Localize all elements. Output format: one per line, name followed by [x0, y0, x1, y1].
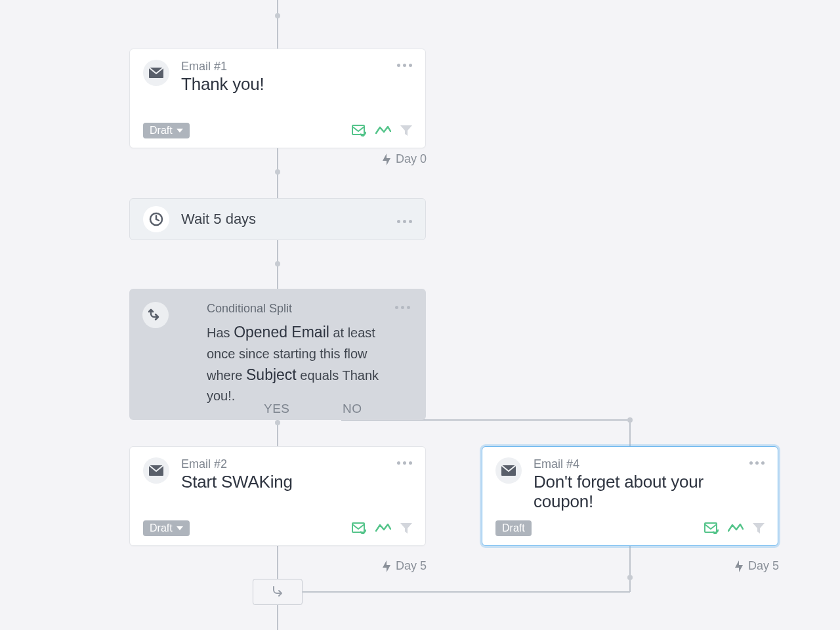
email-subject: Don't forget about your coupon!: [534, 472, 744, 512]
email-subject: Thank you!: [181, 75, 392, 94]
merge-node[interactable]: [253, 579, 303, 605]
analytics-icon[interactable]: [375, 523, 391, 534]
split-description: Has Opened Email at least once since sta…: [207, 321, 390, 406]
email-icon: [143, 60, 169, 86]
email-card-4[interactable]: Email #4 Don't forget about your coupon!…: [482, 446, 778, 546]
svg-point-10: [627, 417, 633, 423]
wait-card[interactable]: Wait 5 days: [129, 198, 426, 240]
more-menu-button[interactable]: [744, 457, 765, 465]
svg-marker-23: [383, 560, 390, 572]
preview-icon[interactable]: [352, 125, 366, 136]
preview-icon[interactable]: [352, 522, 366, 534]
email-label: Email #4: [534, 457, 744, 471]
svg-marker-27: [735, 560, 743, 572]
branch-yes-label: YES: [264, 402, 290, 416]
more-menu-button[interactable]: [392, 60, 412, 67]
status-badge: Draft: [495, 520, 532, 536]
svg-point-1: [275, 13, 280, 18]
svg-marker-18: [383, 154, 390, 165]
status-badge[interactable]: Draft: [143, 520, 190, 536]
clock-icon: [143, 206, 169, 232]
analytics-icon[interactable]: [375, 125, 391, 136]
status-badge[interactable]: Draft: [143, 123, 190, 138]
email-card-1[interactable]: Email #1 Thank you! Draft: [129, 49, 426, 148]
email-subject: Start SWAKing: [181, 472, 392, 492]
filter-icon[interactable]: [753, 522, 765, 534]
day-label: Day 5: [735, 559, 779, 573]
svg-marker-17: [400, 125, 412, 136]
status-text: Draft: [150, 522, 173, 534]
svg-point-5: [275, 261, 280, 266]
chevron-down-icon: [177, 526, 183, 530]
svg-marker-22: [400, 523, 412, 534]
svg-marker-26: [753, 523, 765, 534]
day-label: Day 5: [383, 559, 427, 573]
day-label: Day 0: [383, 152, 427, 166]
analytics-icon[interactable]: [728, 523, 744, 534]
svg-point-7: [275, 420, 280, 425]
svg-rect-21: [352, 523, 364, 532]
email-label: Email #1: [181, 60, 392, 74]
more-menu-button[interactable]: [390, 302, 410, 309]
status-text: Draft: [502, 522, 525, 534]
status-text: Draft: [150, 125, 173, 136]
split-icon: [142, 302, 169, 328]
more-menu-button[interactable]: [392, 457, 412, 465]
email-label: Email #2: [181, 457, 392, 471]
conditional-split-card[interactable]: Conditional Split Has Opened Email at le…: [129, 289, 426, 420]
filter-icon[interactable]: [400, 125, 412, 136]
more-menu-button[interactable]: [392, 216, 412, 223]
svg-point-14: [627, 575, 633, 580]
svg-point-3: [275, 169, 280, 175]
svg-rect-16: [352, 125, 364, 135]
email-icon: [495, 457, 522, 484]
branch-no-label: NO: [343, 402, 362, 416]
merge-icon: [271, 585, 284, 598]
split-label: Conditional Split: [207, 302, 390, 316]
svg-rect-25: [705, 523, 717, 532]
wait-text: Wait 5 days: [181, 211, 392, 228]
email-card-2[interactable]: Email #2 Start SWAKing Draft: [129, 446, 426, 546]
preview-icon[interactable]: [704, 522, 719, 534]
filter-icon[interactable]: [400, 522, 412, 534]
email-icon: [143, 457, 169, 484]
chevron-down-icon: [177, 129, 183, 133]
